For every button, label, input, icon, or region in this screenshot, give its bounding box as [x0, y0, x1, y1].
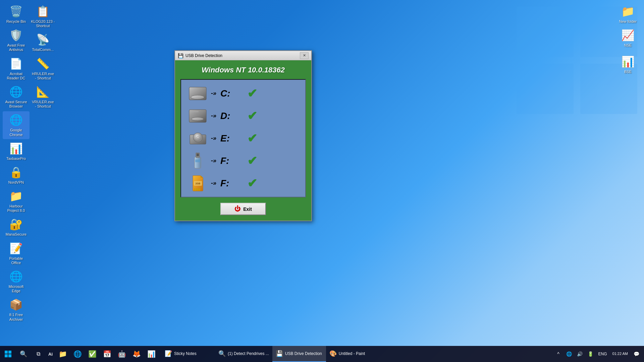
taskbar-pin-todo[interactable]: ✅	[85, 346, 100, 362]
dialog-os-title: Windows NT 10.0.18362	[180, 66, 306, 74]
avast-free-label: Avast Free Antivirus	[4, 43, 28, 52]
svg-rect-21	[198, 188, 199, 191]
taskbar-pin-firefox[interactable]: 🦊	[129, 346, 144, 362]
dialog-controls: ✕	[300, 52, 309, 59]
volume-icon: 🔊	[577, 351, 583, 357]
drive-c-icon	[189, 86, 207, 101]
desktop-icon-taxbase[interactable]: 📊 TaxbasePro	[3, 140, 30, 163]
drive-d-check: ✔	[247, 109, 257, 123]
exit-button[interactable]: ⏻ Exit	[220, 203, 266, 215]
tray-notification[interactable]: 💬	[631, 346, 641, 362]
taskbar-open-apps: 📝 Sticky Notes 🔍 (1) Detect Pendrives ..…	[161, 346, 551, 362]
desktop-icon-totalcomm[interactable]: 📡 TotalComm...	[30, 31, 56, 54]
detect-pendrives-app-label: (1) Detect Pendrives ...	[228, 351, 269, 356]
drive-d-icon	[189, 108, 207, 123]
tray-language[interactable]: ENG	[596, 352, 609, 356]
harbour-label: Harbour Project 8.0	[4, 204, 28, 213]
taxbase-icon: 📊	[9, 142, 23, 155]
new-folder-icon: 📁	[621, 5, 635, 18]
drive-d-letter: D:	[220, 111, 240, 121]
todo-icon: ✅	[88, 350, 97, 358]
msedge-label: Microsoft Edge	[4, 285, 28, 293]
drive-f2-check: ✔	[247, 176, 257, 190]
drive-row-f2: 2GB	[184, 173, 302, 193]
drive-d-arrow: -»	[211, 112, 216, 119]
network-icon: 🌐	[566, 351, 572, 357]
taskbar-app-sticky-notes[interactable]: 📝 Sticky Notes	[161, 346, 215, 362]
battery-icon: 🔋	[588, 351, 593, 357]
apps2-icon: 🤖	[118, 350, 126, 358]
taskbar-ai-label[interactable]: Ai	[46, 346, 55, 362]
dialog-titlebar: 💾 USB Drive Detection ✕	[175, 51, 311, 60]
taskbar-pin-excel[interactable]: 📊	[144, 346, 159, 362]
sticky-notes-app-icon: 📝	[165, 350, 172, 357]
taskbar-pin-edge[interactable]: 🌐	[70, 346, 85, 362]
desktop-icon-harbour[interactable]: 📁 Harbour Project 8.0	[3, 187, 30, 215]
desktop-icon-klog[interactable]: 📋 KLOG20.123 - Shortcut	[30, 3, 56, 30]
desktop-icon-nordvpn[interactable]: 🔒 NordVPN	[3, 164, 30, 187]
desktop-icon-hruler[interactable]: 📏 HRULER.exe - Shortcut	[30, 55, 56, 82]
svg-point-5	[191, 95, 204, 99]
nordvpn-label: NordVPN	[8, 180, 24, 185]
taskbar-app-detect-pendrives[interactable]: 🔍 (1) Detect Pendrives ...	[215, 346, 272, 362]
desktop-icon-msedge[interactable]: 🌐 Microsoft Edge	[3, 268, 30, 295]
klog-label: KLOG20.123 - Shortcut	[31, 19, 55, 28]
exit-label: Exit	[243, 206, 252, 212]
dialog-title-icon: 💾	[178, 53, 183, 58]
klog-icon: 📋	[36, 5, 50, 18]
avast-secure-label: Avast Secure Browser	[4, 100, 28, 109]
desktop-icon-manasecure[interactable]: 🔐 ManaSecure	[3, 216, 30, 239]
taskbar-pin-file-explorer[interactable]: 📁	[55, 346, 70, 362]
vruler-label: VRULER.exe - Shortcut	[31, 100, 55, 109]
taskbar-pinned: 📁 🌐 ✅ 📅 🤖 🦊 📊	[55, 346, 159, 362]
drive-f2-letter: F:	[220, 178, 240, 189]
svg-text:2GB: 2GB	[195, 182, 200, 185]
desktop-icon-avast-free[interactable]: 🛡️ Avast Free Antivirus	[3, 26, 30, 54]
desktop-icon-chrome[interactable]: 🌐 Google Chrome	[3, 111, 30, 139]
tray-chevron[interactable]: ^	[553, 346, 564, 362]
svg-point-11	[197, 136, 199, 138]
usb-drive-detection-dialog: 💾 USB Drive Detection ✕ Windows NT 10.0.…	[174, 50, 312, 221]
drive-e-check: ✔	[247, 131, 257, 145]
taskbar-pin-calendar[interactable]: 📅	[100, 346, 114, 362]
tray-battery[interactable]: 🔋	[586, 346, 596, 362]
nordvpn-icon: 🔒	[9, 166, 23, 179]
usb-drive-app-icon: 💾	[276, 350, 283, 357]
start-button[interactable]	[0, 346, 16, 362]
taskbar-app-untitled-paint[interactable]: 🎨 Untitled - Paint	[326, 346, 380, 362]
harbour-icon: 📁	[9, 189, 23, 203]
dialog-close-button[interactable]: ✕	[300, 52, 309, 59]
desktop-icon-vruler[interactable]: 📐 VRULER.exe - Shortcut	[30, 83, 56, 111]
manasecure-label: ManaSecure	[6, 232, 26, 237]
taskbar-task-view[interactable]: ⧉	[31, 347, 46, 361]
desktop-icons-right: 📁 New folder 📈 NSE 📊 BSE	[612, 0, 644, 80]
calendar-icon: 📅	[103, 350, 111, 358]
paint-app-icon: 🎨	[329, 350, 337, 357]
desktop-icon-new-folder[interactable]: 📁 New folder	[614, 3, 641, 26]
svg-rect-24	[8, 351, 11, 354]
desktop-icon-archiver[interactable]: 📦 8:1 Free Archiver	[3, 296, 30, 323]
firefox-icon: 🦊	[132, 350, 141, 358]
bse-label: BSE	[624, 70, 632, 74]
tray-volume[interactable]: 🔊	[575, 346, 585, 362]
desktop-icon-nse[interactable]: 📈 NSE	[614, 26, 641, 50]
desktop-icon-acrobat[interactable]: 📄 Acrobat Reader DC	[3, 55, 30, 82]
detect-pendrives-app-icon: 🔍	[218, 350, 226, 357]
usb-drive-app-label: USB Drive Detection	[285, 351, 322, 356]
desktop-icon-recycle-bin[interactable]: 🗑️ Recycle Bin	[3, 3, 30, 26]
tray-network[interactable]: 🌐	[564, 346, 574, 362]
drive-e-icon	[189, 131, 207, 146]
desktop-icon-portable-office[interactable]: 📝 Portable Office	[3, 240, 30, 267]
taskbar-pin-apps2[interactable]: 🤖	[114, 346, 129, 362]
chevron-icon: ^	[557, 351, 559, 357]
recycle-bin-icon: 🗑️	[9, 5, 23, 18]
taskbar-app-usb-drive[interactable]: 💾 USB Drive Detection	[272, 346, 326, 362]
desktop-icon-bse[interactable]: 📊 BSE	[614, 53, 641, 76]
tray-clock[interactable]: 01:22 AM	[610, 351, 631, 356]
desktop-icon-avast-secure[interactable]: 🌐 Avast Secure Browser	[3, 83, 30, 111]
portable-office-label: Portable Office	[4, 256, 28, 265]
svg-rect-8	[190, 111, 199, 112]
exit-icon: ⏻	[234, 205, 240, 213]
taskbar-search[interactable]: 🔍	[16, 347, 31, 361]
svg-rect-25	[5, 354, 8, 357]
